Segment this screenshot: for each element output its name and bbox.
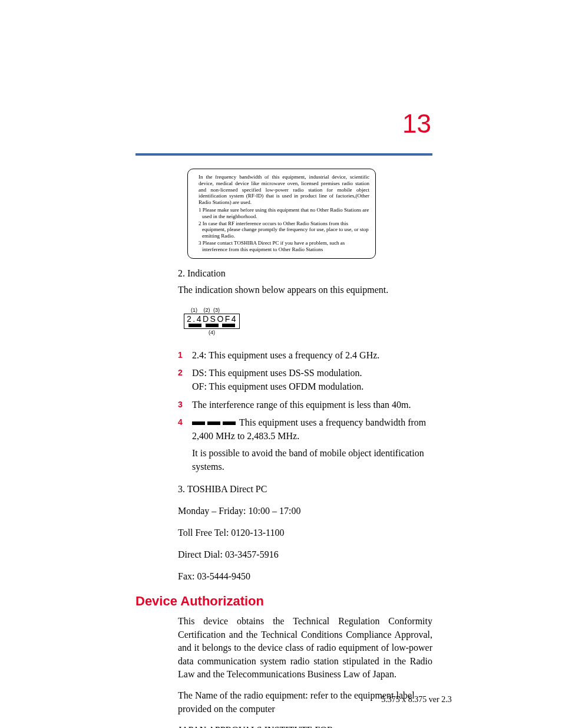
body-paragraph: JAPAN APPROVALS INSTITUTE FOR TELECOMMUN… [178,724,432,728]
section-body: This device obtains the Technical Regula… [178,615,432,728]
list-text-line: OF: This equipment uses OFDM modulation. [192,380,432,393]
contact-fax: Fax: 03-5444-9450 [178,569,432,583]
notice-item-1: 1 Please make sure before using this equ… [195,207,369,220]
list-text: 2.4: This equipment uses a frequency of … [192,348,432,362]
list-item: 4 This equipment uses a frequency bandwi… [178,416,432,474]
notice-box: In the frequency bandwidth of this equip… [187,169,376,259]
indication-top-labels: (1) (2) (3) [184,307,240,313]
ind-top-3: (3) [213,307,220,313]
contact-title: 3. TOSHIBA Direct PC [178,482,432,496]
page-number: 13 [402,109,431,139]
bars-icon [192,421,236,425]
list-item: 1 2.4: This equipment uses a frequency o… [178,348,432,362]
header-rule [135,153,432,156]
section-heading: Device Authorization [135,594,432,609]
list-text-line: DS: This equipment uses DS-SS modulation… [192,366,432,380]
list-text-line: This equipment uses a frequency bandwidt… [192,417,426,441]
list-item: 2 DS: This equipment uses DS-SS modulati… [178,366,432,393]
contact-direct: Direct Dial: 03-3457-5916 [178,548,432,561]
ind-top-2: (2) [204,307,210,313]
ind-bottom-4: (4) [184,330,240,335]
indication-intro: The indication shown below appears on th… [178,284,432,297]
indication-heading: 2. Indication [178,267,432,280]
indication-bars-icon [187,324,237,328]
indication-label: (1) (2) (3) 2.4DSOF4 (4) [184,307,240,335]
list-number: 2 [178,366,192,393]
notice-intro: In the frequency bandwidth of this equip… [195,174,369,206]
indication-code: 2.4DSOF4 [187,315,237,324]
notice-item-3: 3 Please contact TOSHIBA Direct PC if yo… [195,240,369,253]
list-item: 3 The interference range of this equipme… [178,398,432,411]
list-text: The interference range of this equipment… [192,398,432,411]
indication-code-box: 2.4DSOF4 [184,314,240,329]
list-number: 3 [178,398,192,411]
contact-tollfree: Toll Free Tel: 0120-13-1100 [178,526,432,539]
contact-hours: Monday – Friday: 10:00 – 17:00 [178,504,432,518]
contact-block: 3. TOSHIBA Direct PC Monday – Friday: 10… [178,482,432,584]
numbered-list: 1 2.4: This equipment uses a frequency o… [178,348,432,474]
list-text-line: It is possible to avoid the band of mobi… [192,446,432,473]
list-number: 1 [178,348,192,362]
ind-top-1: (1) [191,307,197,313]
body-paragraph: This device obtains the Technical Regula… [178,615,432,681]
page-content: In the frequency bandwidth of this equip… [135,169,432,728]
notice-item-2: 2 In case that RF interference occurs to… [195,220,369,239]
list-number: 4 [178,416,192,474]
list-text: DS: This equipment uses DS-SS modulation… [192,366,432,393]
list-text: This equipment uses a frequency bandwidt… [192,416,432,474]
page: 13 In the frequency bandwidth of this eq… [0,0,562,728]
page-footer: 5.375 x 8.375 ver 2.3 [135,695,562,704]
